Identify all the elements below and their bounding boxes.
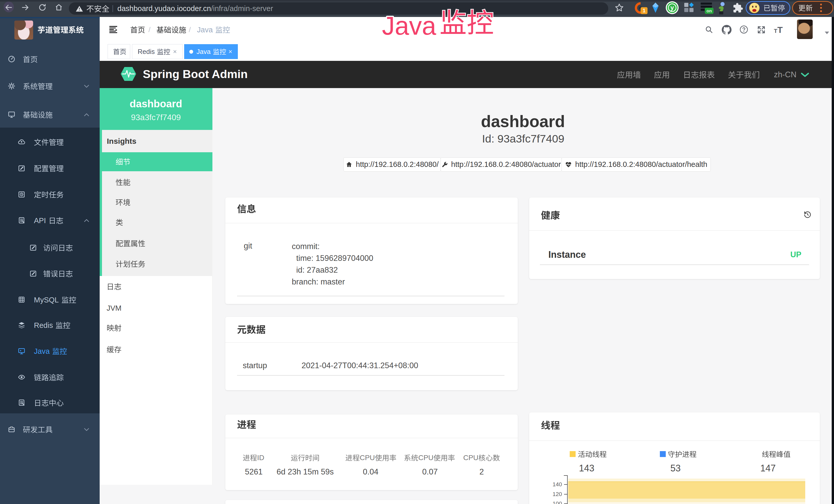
svg-text:y: y: [671, 4, 674, 11]
svg-text:Java: Java: [382, 11, 436, 40]
svg-text:on: on: [707, 8, 712, 13]
